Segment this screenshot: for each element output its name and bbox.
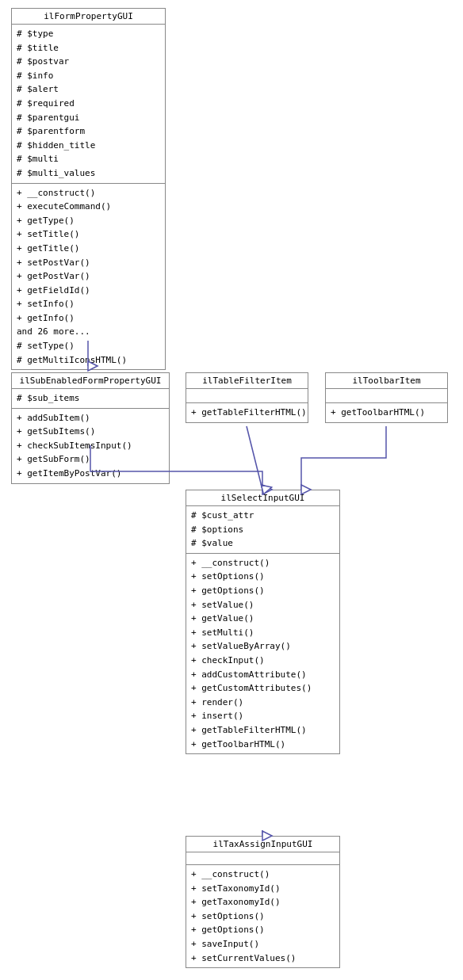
diagram-container: ilFormPropertyGUI # $type # $title # $po… [0,0,463,980]
ilSelectInputGUI-title: ilSelectInputGUI [186,490,339,506]
ilTableFilterItem-attributes [186,389,308,403]
ilSelectInputGUI-methods: + __construct() + setOptions() + getOpti… [186,554,339,753]
ilFormPropertyGUI-title: ilFormPropertyGUI [12,9,165,25]
ilTaxAssignInputGUI-methods: + __construct() + setTaxonomyId() + getT… [186,865,339,967]
ilSelectInputGUI-attributes: # $cust_attr # $options # $value [186,506,339,554]
ilSubEnabledFormPropertyGUI-methods: + addSubItem() + getSubItems() + checkSu… [12,409,169,483]
ilTableFilterItem-title: ilTableFilterItem [186,373,308,389]
ilSubEnabledFormPropertyGUI-title: ilSubEnabledFormPropertyGUI [12,373,169,389]
ilTaxAssignInputGUI-attributes [186,852,339,865]
ilFormPropertyGUI-methods: + __construct() + executeCommand() + get… [12,184,165,370]
ilTaxAssignInputGUI-box: ilTaxAssignInputGUI + __construct() + se… [186,836,340,968]
ilToolbarItem-title: ilToolbarItem [326,373,447,389]
ilToolbarItem-methods: + getToolbarHTML() [326,403,447,422]
ilTaxAssignInputGUI-title: ilTaxAssignInputGUI [186,837,339,852]
ilToolbarItem-attributes [326,389,447,403]
ilToolbarItem-box: ilToolbarItem + getToolbarHTML() [325,372,448,423]
ilSubEnabledFormPropertyGUI-box: ilSubEnabledFormPropertyGUI # $sub_items… [11,372,170,484]
ilTableFilterItem-methods: + getTableFilterHTML() [186,403,308,422]
ilSelectInputGUI-box: ilSelectInputGUI # $cust_attr # $options… [186,490,340,754]
svg-line-2 [247,426,262,490]
ilSubEnabledFormPropertyGUI-attributes: # $sub_items [12,389,169,409]
ilFormPropertyGUI-attributes: # $type # $title # $postvar # $info # $a… [12,25,165,184]
ilFormPropertyGUI-box: ilFormPropertyGUI # $type # $title # $po… [11,8,166,370]
ilTableFilterItem-box: ilTableFilterItem + getTableFilterHTML() [186,372,308,423]
